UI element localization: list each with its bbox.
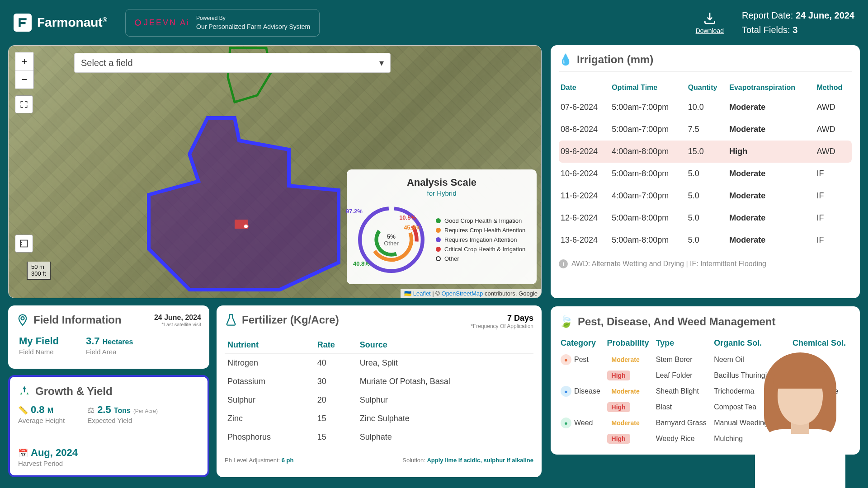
probability-badge: High [607,402,630,412]
pest-cell: Blast [654,399,712,415]
irr-row: 13-6-20245:00am-8:00pm5.0ModerateIF [559,229,852,251]
assistant-avatar [750,357,850,488]
calendar-icon: 📅 [18,448,28,458]
fertilizer-title: Fertilizer (Kg/Acre) [242,314,339,326]
leaf-icon: 🍃 [559,314,573,328]
legend-text: Requires Irrigation Attention [444,236,517,243]
fert-cell: Zinc Sulphate [357,409,533,428]
chevron-down-icon: ▾ [379,57,384,68]
zoom-in-button[interactable]: + [15,52,33,70]
jeevn-badge: JEEVN Ai Powered By Our Personalized Far… [125,9,320,37]
ruler-icon [19,239,28,248]
field-info-date: 24 June, 2024 [154,314,201,322]
legend-item: Critical Crop Health & Irrigation [436,246,525,253]
pest-category-cell [559,431,605,446]
zoom-out-button[interactable]: − [15,70,33,89]
analysis-subtitle: for Hybrid [354,189,529,197]
fert-cell: Sulphur [357,391,533,409]
map-attribution: 🇺🇦 Leaflet | © OpenStreetMap contributor… [401,289,541,298]
irr-method-cell: IF [815,229,852,251]
jeevn-powered-label: Powered By [196,14,310,22]
irr-cell: 5.0 [686,163,728,185]
probability-badge: Moderate [607,386,644,396]
legend-text: Good Crop Health & Irrigation [444,217,522,224]
pest-category-cell [559,368,605,383]
fert-row: Potassium30Muriate Of Potash, Basal [225,372,533,391]
fullscreen-button[interactable] [15,95,33,113]
map-zoom-controls: + − [15,52,34,89]
legend-dot [436,256,441,261]
irr-cell: 08-6-2024 [559,118,610,141]
irrigation-card: 💧 Irrigation (mm) DateOptimal TimeQuanti… [551,45,860,298]
irr-method-cell: AWD [815,118,852,141]
measure-button[interactable] [15,235,33,253]
fert-cell: Zinc [225,409,315,428]
pest-header-cell: Type [654,335,712,352]
field-boundary [144,113,343,294]
leaflet-link[interactable]: Leaflet [413,290,431,297]
pest-header-cell: Category [559,335,605,352]
irr-row: 12-6-20245:00am-8:00pm5.0ModerateIF [559,207,852,229]
pest-prob-cell: Moderate [605,383,654,399]
fertilizer-table: NutrientRateSource Nitrogen40Urea, Split… [225,337,533,446]
irrigation-footer: i AWD: Alternate Wetting and Drying | IF… [559,259,852,268]
irr-et-cell: Moderate [727,163,815,185]
pest-prob-cell: High [605,368,654,383]
pest-prob-cell: High [605,431,654,446]
location-icon [16,314,29,326]
map-panel[interactable]: + − Select a field ▾ 50 m 300 ft 🇺🇦 Leaf… [8,45,542,298]
jeevn-tagline: Our Personalized Farm Advisory System [196,22,310,32]
legend-dot [436,247,441,252]
field-selector-dropdown[interactable]: Select a field ▾ [74,53,391,73]
pest-header-cell: Organic Sol. [712,335,791,352]
probability-badge: High [607,371,630,380]
legend-text: Other [444,255,459,262]
irr-cell: 5:00am-7:00pm [610,96,686,118]
irr-et-cell: Moderate [727,185,815,207]
pest-cell: Sheath Blight [654,383,712,399]
field-info-title: Field Information [33,314,122,326]
legend-item: Requires Irrigation Attention [436,236,525,243]
pest-prob-cell: High [605,399,654,415]
irr-method-cell: AWD [815,96,852,118]
map-scale: 50 m 300 ft [27,262,51,280]
download-icon [703,11,717,25]
irr-cell: 13-6-2024 [559,229,610,251]
irr-cell: 5:00am-8:00pm [610,163,686,185]
irr-cell: 4:00am-7:00pm [610,185,686,207]
osm-link[interactable]: OpenStreetMap [442,290,483,297]
growth-title: Growth & Yield [35,385,113,398]
expected-yield-label: Expected Yield [87,417,158,424]
irrigation-title: Irrigation (mm) [577,53,653,66]
growth-icon [18,385,31,398]
fert-cell: Phosphorus [225,428,315,446]
pest-category-cell [559,399,605,415]
flask-icon [225,314,237,326]
pest-prob-cell: Moderate [605,352,654,368]
irr-cell: 4:00am-8:00pm [610,141,686,163]
irr-method-cell: IF [815,207,852,229]
fullscreen-icon [20,100,28,108]
analysis-title: Analysis Scale [354,177,529,188]
pest-category-cell: ●Weed [559,415,605,431]
legend-text: Requires Crop Health Attention [444,227,525,234]
probability-badge: Moderate [607,418,644,428]
harvest-period-label: Harvest Period [18,460,199,467]
fert-row: Phosphorus15Sulphate [225,428,533,446]
irr-header-cell: Date [559,79,610,96]
irr-cell: 12-6-2024 [559,207,610,229]
svg-rect-2 [21,240,28,247]
pest-category-icon: ● [561,354,571,365]
download-button[interactable]: Download [696,11,724,34]
irr-header-cell: Quantity [686,79,728,96]
analysis-donut-chart: 5% Other 97.2% 10.5% 45.8% 40.8% [354,202,429,277]
report-info: Report Date: 24 June, 2024 Total Fields:… [742,8,854,37]
field-name-value: My Field [19,335,59,347]
irr-row: 10-6-20245:00am-8:00pm5.0ModerateIF [559,163,852,185]
fert-row: Zinc15Zinc Sulphate [225,409,533,428]
legend-dot [436,237,441,242]
fertilizer-frequency: 7 Days [471,314,533,323]
pest-cell: Stem Borer [654,352,712,368]
irr-cell: 5.0 [686,185,728,207]
height-icon: 📏 [18,405,28,415]
